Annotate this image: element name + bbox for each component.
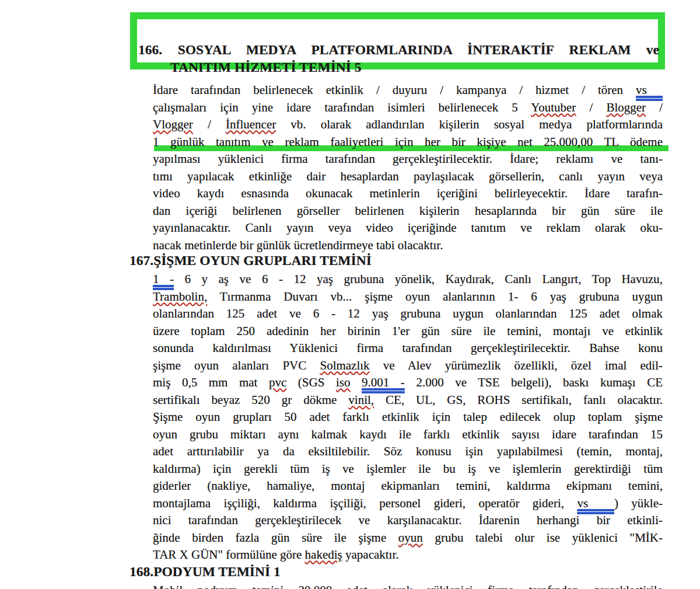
text-run: sonunda kaldırılması Yüklenici firma tar… xyxy=(153,341,663,355)
text-run: ve Alev yürümezlik özellikli, özel imal … xyxy=(370,358,663,372)
body-line: ğinde birden fazla gün süre ile şişme oy… xyxy=(153,529,663,547)
body-line: giderler (nakliye, hamaliye, montaj ekip… xyxy=(153,478,663,495)
spellcheck-underlined-word: Vlogger xyxy=(153,117,193,131)
section-heading-166: 166. SOSYAL MEDYA PLATFORMLARINDA İNTERA… xyxy=(138,41,659,76)
body-line: adet arttırılabilir ya da eksiltilebilir… xyxy=(153,443,663,461)
body-line: olanlarından 125 adet ve 6 - 12 yaş grub… xyxy=(153,305,663,323)
spellcheck-underlined-word: iso xyxy=(336,375,351,389)
spellcheck-underlined-word: hakediş xyxy=(305,548,342,562)
text-run: CE, UL, GS, ROHS sertifikalı, fanlı olac… xyxy=(374,393,663,407)
spellcheck-underlined-word: Blogger xyxy=(606,100,646,114)
body-line: nacak metinlerde bir günlük ücretlendirm… xyxy=(153,237,663,255)
spellcheck-underlined-word: İnfluencer xyxy=(226,117,276,131)
grammar-underlined-word: vs xyxy=(636,83,663,97)
text-run: adet arttırılabilir ya da eksiltilebilir… xyxy=(153,444,663,458)
text-run: montajlama işçiliği, kaldırma işçiliği, … xyxy=(153,496,577,510)
text-run xyxy=(350,375,362,389)
body-line: Vlogger / İnfluencer vb. olarak adlandır… xyxy=(153,116,663,134)
body-line: nici tarafından gerçekleştirilecek ve ka… xyxy=(153,512,663,529)
text-run: video kaydı esnasında okunacak metinleri… xyxy=(153,186,663,200)
spellcheck-underlined-word: pvc xyxy=(269,375,286,389)
body-line: üzere toplam 250 adedinin her birinin 1'… xyxy=(153,323,663,340)
section-title: PODYUM TEMİNİ 1 xyxy=(153,564,281,579)
body-line: Şişme oyun grupları 50 adet farklı etkin… xyxy=(153,409,663,426)
text-run: sertifikalı beyaz 520 gr dökme xyxy=(153,393,348,407)
body-line: oyun grubu miktarı aynı kalmak kaydı ile… xyxy=(153,426,663,444)
body-line: 1 günlük tanıtım ve reklam faaliyetleri … xyxy=(153,134,663,151)
text-run: yapılması yüklenici firma tarafından ger… xyxy=(153,152,663,166)
text-run: olanlarından 125 adet ve 6 - 12 yaş grub… xyxy=(153,306,663,320)
text-run: tımı yapılacak etkinliğe dair hesaplarda… xyxy=(153,169,663,183)
text-run: Mobil podyum temini 20.000 adet olarak y… xyxy=(153,583,663,589)
section-body-168: Mobil podyum temini 20.000 adet olarak y… xyxy=(153,582,663,589)
text-run: Şişme oyun grupları 50 adet farklı etkin… xyxy=(153,410,663,424)
section-body-167: 1 - 6 y aş ve 6 - 12 yaş grubuna yönelik… xyxy=(153,271,663,564)
text-run: / xyxy=(193,117,226,131)
section-body-166: İdare tarafından belirlenecek etkinlik /… xyxy=(153,82,663,254)
text-run: İdare tarafından belirlenecek etkinlik /… xyxy=(153,83,636,97)
spellcheck-underlined-word: Solmazlık xyxy=(320,358,369,372)
text-run: dan içeriği belirlenen görseller belirle… xyxy=(153,204,663,218)
section-number: 168. xyxy=(130,563,153,581)
spellcheck-underlined-word: Trambolin, xyxy=(153,290,207,304)
body-line: dan içeriği belirlenen görseller belirle… xyxy=(153,203,663,220)
text-run: ğinde birden fazla gün süre ile şişme xyxy=(153,531,398,545)
body-line: sertifikalı beyaz 520 gr dökme vinil, CE… xyxy=(153,392,663,409)
text-run: / xyxy=(646,100,663,114)
section-number: 167. xyxy=(130,252,153,270)
text-run: Tırmanma Duvarı vb... şişme oyun alanlar… xyxy=(207,290,663,304)
body-line: 1 - 6 y aş ve 6 - 12 yaş grubuna yönelik… xyxy=(153,271,663,288)
section-title: SOSYAL MEDYA PLATFORMLARINDA İNTERAKTİF … xyxy=(178,42,659,57)
section-heading-line: TANITIM HİZMETİ TEMİNİ 5 xyxy=(138,59,659,76)
section-heading-168: 168.PODYUM TEMİNİ 1 xyxy=(130,563,281,581)
text-run: kaldırma) için gerekli tüm iş ve işlemle… xyxy=(153,462,663,476)
scanned-document-page: { "colors": { "highlight_green": "#34d63… xyxy=(0,0,700,589)
text-run: nacak metinlerde bir günlük ücretlendirm… xyxy=(153,238,443,252)
body-line: şişme oyun alanları PVC Solmazlık ve Ale… xyxy=(153,357,663,375)
text-run: üzere toplam 250 adedinin her birinin 1'… xyxy=(153,324,663,338)
text-run: oyun grubu miktarı aynı kalmak kaydı ile… xyxy=(153,427,663,441)
text-run: 1 günlük tanıtım ve reklam faaliyetleri … xyxy=(153,135,663,149)
section-heading-line: 166. SOSYAL MEDYA PLATFORMLARINDA İNTERA… xyxy=(138,41,659,59)
section-heading-167: 167.ŞİŞME OYUN GRUPLARI TEMİNİ xyxy=(130,252,372,270)
text-run: ) yükle- xyxy=(614,496,663,510)
body-line: montajlama işçiliği, kaldırma işçiliği, … xyxy=(153,495,663,513)
body-line: Mobil podyum temini 20.000 adet olarak y… xyxy=(153,582,663,589)
text-run: 6 y aş ve 6 - 12 yaş grubuna yönelik, Ka… xyxy=(174,272,663,286)
section-title: ŞİŞME OYUN GRUPLARI TEMİNİ xyxy=(153,253,372,268)
text-run: vb. olarak adlandırılan kişilerin sosyal… xyxy=(276,117,663,131)
body-line: miş 0,5 mm mat pvc (SGS iso 9.001 - 2.00… xyxy=(153,374,663,392)
grammar-underlined-word: 9.001 - xyxy=(362,375,405,389)
grammar-underlined-word: 1 - xyxy=(153,272,174,286)
body-line: Trambolin, Tırmanma Duvarı vb... şişme o… xyxy=(153,288,663,306)
text-run: grubu talebi olur ise yüklenici "MİK- xyxy=(423,531,663,545)
body-line: tımı yapılacak etkinliğe dair hesaplarda… xyxy=(153,168,663,186)
body-line: çalışmaları için yine idare tarafından i… xyxy=(153,99,663,117)
spellcheck-underlined-word: Youtuber xyxy=(531,100,576,114)
spellcheck-underlined-word: oyun xyxy=(398,531,423,545)
text-run: miş 0,5 mm mat xyxy=(153,375,269,389)
text-run: nici tarafından gerçekleştirilecek ve ka… xyxy=(153,513,663,527)
spellcheck-underlined-word: vinil, xyxy=(348,393,374,407)
body-line: sonunda kaldırılması Yüklenici firma tar… xyxy=(153,340,663,357)
text-run: şişme oyun alanları PVC xyxy=(153,358,320,372)
body-line: yayınlanacaktır. Canlı yayın veya video … xyxy=(153,219,663,237)
text-run: (SGS xyxy=(286,375,336,389)
text-run: giderler (nakliye, hamaliye, montaj ekip… xyxy=(153,479,663,493)
body-line: TAR X GÜN" formülüne göre hakediş yapaca… xyxy=(153,546,663,564)
body-line: video kaydı esnasında okunacak metinleri… xyxy=(153,185,663,203)
section-number: 166. xyxy=(138,42,162,57)
text-run: yayınlanacaktır. Canlı yayın veya video … xyxy=(153,221,663,235)
text-run: yapacaktır. xyxy=(342,548,399,562)
body-line: yapılması yüklenici firma tarafından ger… xyxy=(153,151,663,168)
text-run: çalışmaları için yine idare tarafından i… xyxy=(153,100,531,114)
text-run: TAR X GÜN" formülüne göre xyxy=(153,548,305,562)
text-run: / xyxy=(576,100,606,114)
text-run: 2.000 ve TSE belgeli), baskı kumaşı CE xyxy=(405,375,663,389)
body-line: İdare tarafından belirlenecek etkinlik /… xyxy=(153,82,663,99)
body-line: kaldırma) için gerekli tüm iş ve işlemle… xyxy=(153,461,663,478)
grammar-underlined-word: vs xyxy=(577,496,614,510)
